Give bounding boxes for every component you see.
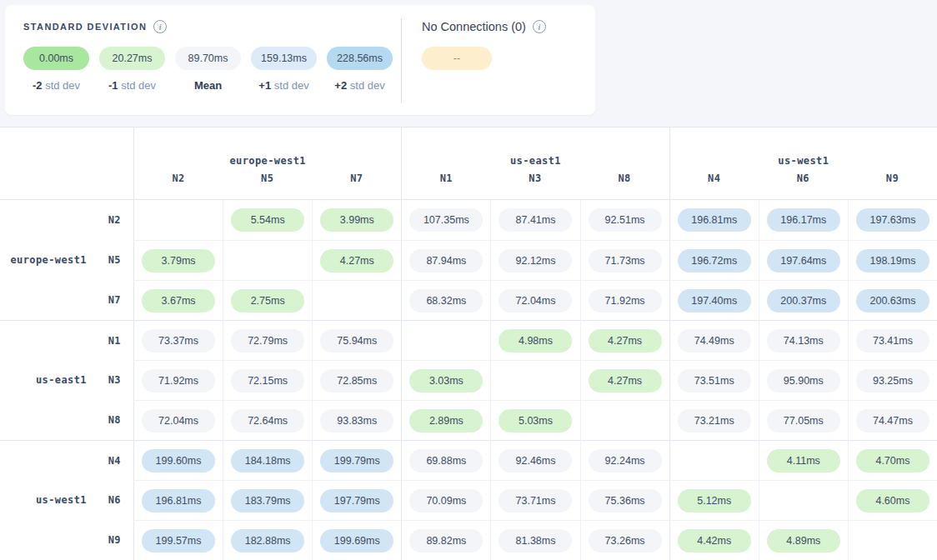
- latency-pill[interactable]: 89.82ms: [409, 529, 483, 552]
- latency-pill[interactable]: 69.88ms: [409, 449, 483, 472]
- latency-pill[interactable]: 73.21ms: [678, 409, 751, 432]
- row-group-region: us-west1: [36, 494, 87, 506]
- latency-pill[interactable]: 5.54ms: [231, 208, 304, 232]
- latency-pill[interactable]: 184.18ms: [231, 449, 304, 472]
- latency-cell: 4.98ms: [490, 320, 579, 360]
- latency-pill[interactable]: 199.57ms: [142, 529, 215, 552]
- row-label-N1: N1: [0, 320, 133, 360]
- latency-pill[interactable]: 182.88ms: [231, 529, 304, 552]
- latency-pill[interactable]: 4.27ms: [320, 249, 393, 272]
- latency-pill[interactable]: 74.13ms: [767, 329, 840, 352]
- latency-cell: 2.75ms: [223, 280, 312, 320]
- latency-pill[interactable]: 71.92ms: [589, 289, 662, 312]
- latency-pill[interactable]: 197.63ms: [856, 208, 929, 232]
- row-header-node: N8: [103, 414, 121, 426]
- latency-cell: 77.05ms: [759, 400, 848, 440]
- latency-pill[interactable]: 199.60ms: [142, 449, 215, 472]
- latency-pill[interactable]: 87.94ms: [409, 249, 483, 272]
- latency-cell: 73.26ms: [580, 520, 669, 560]
- latency-pill[interactable]: 198.19ms: [856, 249, 929, 272]
- latency-pill[interactable]: 74.49ms: [678, 329, 751, 352]
- latency-pill[interactable]: 92.24ms: [589, 449, 662, 472]
- latency-pill[interactable]: 4.98ms: [499, 329, 572, 352]
- latency-pill[interactable]: 73.26ms: [589, 529, 662, 552]
- latency-pill[interactable]: 72.15ms: [231, 369, 304, 392]
- latency-cell: 74.49ms: [669, 320, 759, 360]
- latency-pill[interactable]: 4.27ms: [589, 369, 662, 392]
- row-header-node: N5: [103, 254, 121, 266]
- latency-pill[interactable]: 5.03ms: [499, 409, 572, 432]
- latency-pill[interactable]: 183.79ms: [231, 489, 304, 512]
- latency-pill[interactable]: 197.40ms: [678, 289, 751, 312]
- latency-pill[interactable]: 87.41ms: [499, 208, 572, 232]
- latency-cell: [580, 400, 669, 440]
- latency-pill[interactable]: 73.71ms: [499, 489, 572, 512]
- latency-pill[interactable]: 107.35ms: [409, 208, 483, 232]
- latency-pill[interactable]: 5.12ms: [678, 489, 751, 512]
- latency-cell: 3.79ms: [133, 240, 223, 280]
- latency-pill[interactable]: 3.99ms: [320, 208, 393, 232]
- latency-cell: 197.63ms: [848, 200, 937, 240]
- latency-cell: [133, 200, 223, 240]
- latency-pill[interactable]: 75.36ms: [589, 489, 662, 512]
- latency-pill[interactable]: 70.09ms: [409, 489, 483, 512]
- latency-pill[interactable]: 75.94ms: [320, 329, 393, 352]
- row-header-node: N6: [103, 494, 121, 506]
- latency-pill[interactable]: 73.37ms: [142, 329, 215, 352]
- latency-pill[interactable]: 196.81ms: [142, 489, 215, 512]
- latency-pill[interactable]: 71.73ms: [589, 249, 662, 272]
- column-header-node: N2: [133, 172, 223, 200]
- latency-cell: 71.73ms: [580, 240, 669, 280]
- info-icon[interactable]: i: [533, 20, 546, 33]
- latency-cell: 72.64ms: [223, 400, 312, 440]
- latency-pill[interactable]: 74.47ms: [856, 409, 929, 432]
- latency-pill[interactable]: 4.89ms: [767, 529, 840, 552]
- latency-pill[interactable]: 4.27ms: [589, 329, 662, 352]
- legend-pill: 159.13ms: [251, 47, 317, 70]
- latency-cell: 92.24ms: [580, 440, 669, 480]
- row-label-N6: us-west1N6: [0, 480, 133, 520]
- latency-pill[interactable]: 4.11ms: [767, 449, 840, 472]
- latency-pill[interactable]: 2.89ms: [409, 409, 483, 432]
- latency-pill[interactable]: 3.03ms: [409, 369, 483, 392]
- latency-pill[interactable]: 3.79ms: [142, 249, 215, 272]
- latency-pill[interactable]: 93.25ms: [856, 369, 929, 392]
- latency-pill[interactable]: 2.75ms: [231, 289, 304, 312]
- latency-pill[interactable]: 73.41ms: [856, 329, 929, 352]
- latency-pill[interactable]: 72.79ms: [231, 329, 304, 352]
- latency-pill[interactable]: 200.37ms: [767, 289, 840, 312]
- latency-pill[interactable]: 196.17ms: [767, 208, 840, 232]
- latency-pill[interactable]: 73.51ms: [678, 369, 751, 392]
- latency-cell: 74.47ms: [848, 400, 937, 440]
- latency-pill[interactable]: 92.46ms: [499, 449, 572, 472]
- latency-cell: 70.09ms: [401, 480, 490, 520]
- latency-pill[interactable]: 199.69ms: [320, 529, 393, 552]
- latency-pill[interactable]: 77.05ms: [767, 409, 840, 432]
- latency-cell: 3.03ms: [401, 360, 490, 400]
- latency-pill[interactable]: 197.79ms: [320, 489, 393, 512]
- latency-pill[interactable]: 92.51ms: [589, 208, 662, 232]
- latency-pill[interactable]: 200.63ms: [856, 289, 929, 312]
- latency-pill[interactable]: 197.64ms: [767, 249, 840, 272]
- latency-pill[interactable]: 95.90ms: [767, 369, 840, 392]
- latency-pill[interactable]: 68.32ms: [409, 289, 483, 312]
- latency-cell: 196.17ms: [759, 200, 848, 240]
- latency-pill[interactable]: 4.70ms: [856, 449, 929, 472]
- latency-pill[interactable]: 72.64ms: [231, 409, 304, 432]
- latency-pill[interactable]: 72.85ms: [320, 369, 393, 392]
- latency-pill[interactable]: 199.79ms: [320, 449, 393, 472]
- latency-pill[interactable]: 93.83ms: [320, 409, 393, 432]
- legend-card: STANDARD DEVIATION i 0.00ms -2 std dev 2…: [5, 5, 595, 115]
- latency-pill[interactable]: 92.12ms: [499, 249, 572, 272]
- latency-pill[interactable]: 72.04ms: [499, 289, 572, 312]
- latency-pill[interactable]: 81.38ms: [499, 529, 572, 552]
- latency-pill[interactable]: 72.04ms: [142, 409, 215, 432]
- latency-pill[interactable]: 4.60ms: [856, 489, 929, 512]
- info-icon[interactable]: i: [153, 20, 167, 33]
- latency-cell: 92.46ms: [490, 440, 579, 480]
- latency-pill[interactable]: 196.72ms: [678, 249, 751, 272]
- latency-pill[interactable]: 3.67ms: [142, 289, 215, 312]
- latency-pill[interactable]: 196.81ms: [678, 208, 751, 232]
- latency-pill[interactable]: 71.92ms: [142, 369, 215, 392]
- latency-pill[interactable]: 4.42ms: [678, 529, 751, 552]
